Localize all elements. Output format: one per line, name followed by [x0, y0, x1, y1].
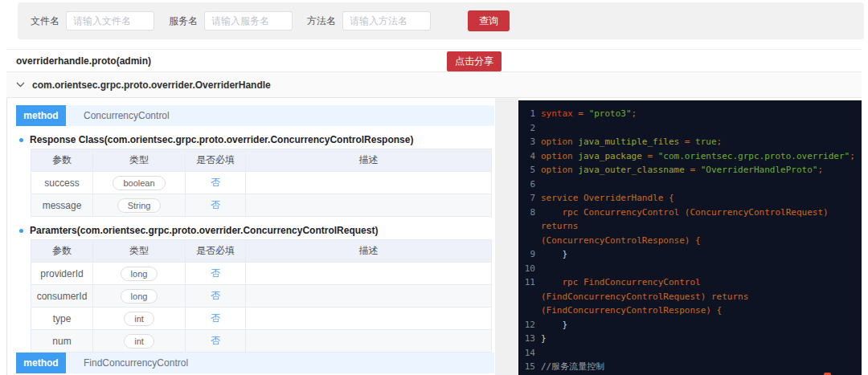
line-number: 14	[523, 346, 541, 361]
column-header: 参数	[31, 240, 93, 263]
param-desc-cell	[246, 263, 492, 285]
line-number: 10	[523, 262, 541, 276]
method-tag: method	[16, 353, 66, 373]
code-line: 3option java_multiple_files = true;	[523, 135, 855, 149]
column-header: 是否必填	[186, 240, 246, 263]
code-line: 2	[523, 121, 855, 136]
bullet-dot-icon	[19, 229, 23, 233]
code-content: }	[541, 247, 855, 262]
param-name-cell: consumerId	[31, 285, 93, 308]
table-row: consumerIdlong否	[31, 285, 492, 308]
param-desc-cell	[246, 285, 492, 308]
line-number: 2	[523, 121, 541, 136]
api-doc-panel: method ConcurrencyControl Response Class…	[16, 105, 494, 373]
param-type-cell: long	[93, 263, 186, 285]
servicename-field-group: 服务名	[169, 11, 293, 31]
code-content: option java_multiple_files = true;	[541, 135, 855, 149]
response-class-section: Response Class(com.orientsec.grpc.proto.…	[16, 134, 494, 217]
methodname-input[interactable]	[342, 11, 431, 31]
code-content	[541, 177, 855, 192]
method-name: FindConcurrencyControl	[66, 353, 188, 373]
code-content	[541, 262, 855, 276]
required-toggle[interactable]: 否	[211, 267, 220, 279]
panel-left-border	[6, 98, 7, 375]
section-heading: Response Class(com.orientsec.grpc.proto.…	[30, 134, 413, 145]
code-content: service OverriderHandle {	[541, 191, 855, 206]
param-required-cell: 否	[186, 330, 246, 353]
proto-code-viewer[interactable]: 1syntax = "proto3";23option java_multipl…	[518, 100, 862, 375]
bullet-dot-icon	[19, 138, 23, 142]
param-name-cell: type	[31, 308, 93, 330]
code-line: 11 rpc FindConcurrencyControl (FindConcu…	[523, 275, 855, 318]
code-line: 13}	[523, 332, 855, 346]
param-required-cell: 否	[186, 308, 246, 330]
type-badge: long	[121, 289, 158, 304]
required-toggle[interactable]: 否	[211, 177, 220, 188]
filter-bar: 文件名 服务名 方法名 查询	[18, 2, 864, 39]
code-line: 6	[523, 177, 855, 192]
type-badge: String	[117, 198, 162, 213]
service-title: com.orientsec.grpc.proto.overrider.Overr…	[32, 79, 271, 91]
section-heading: Paramters(com.orientsec.grpc.proto.overr…	[30, 225, 378, 236]
servicename-input[interactable]	[204, 11, 293, 31]
code-content	[541, 121, 855, 136]
param-desc-cell	[246, 194, 492, 217]
param-name-cell: num	[31, 330, 93, 353]
required-toggle[interactable]: 否	[211, 335, 220, 346]
code-content: rpc ConcurrencyControl (ConcurrencyContr…	[541, 206, 855, 248]
code-content: syntax = "proto3";	[541, 107, 855, 121]
service-collapse-row[interactable]: com.orientsec.grpc.proto.overrider.Overr…	[6, 72, 862, 98]
param-name-cell: success	[31, 172, 93, 194]
required-toggle[interactable]: 否	[211, 199, 220, 210]
line-number: 4	[523, 149, 541, 164]
line-number: 12	[523, 318, 541, 332]
code-line: 14	[523, 346, 855, 361]
filename-input[interactable]	[66, 11, 154, 31]
servicename-label: 服务名	[169, 14, 198, 28]
file-title: overriderhandle.proto(admin)	[16, 55, 151, 67]
share-button[interactable]: 点击分享	[447, 51, 502, 71]
code-content: }	[541, 318, 855, 332]
column-header: 类型	[93, 149, 186, 172]
method-bar-concurrency-control[interactable]: method ConcurrencyControl	[16, 105, 494, 126]
code-content	[541, 346, 855, 361]
code-line: 8 rpc ConcurrencyControl (ConcurrencyCon…	[523, 206, 855, 248]
code-content: option java_outer_classname = "Overrider…	[541, 163, 855, 177]
chevron-down-icon	[16, 82, 25, 88]
table-row: providerIdlong否	[31, 263, 492, 285]
line-number: 6	[523, 177, 541, 192]
file-title-row: overriderhandle.proto(admin) 点击分享	[6, 49, 862, 72]
param-desc-cell	[246, 172, 492, 194]
methodname-label: 方法名	[307, 14, 336, 28]
type-badge: int	[124, 312, 154, 326]
type-badge: boolean	[113, 176, 165, 190]
search-button[interactable]: 查询	[468, 10, 510, 31]
param-desc-cell	[246, 330, 492, 353]
request-params-section: Paramters(com.orientsec.grpc.proto.overr…	[16, 225, 494, 353]
code-line: 1syntax = "proto3";	[523, 107, 855, 121]
line-number: 1	[523, 107, 541, 121]
table-row: numint否	[31, 330, 492, 353]
code-content: rpc FindConcurrencyControl (FindConcurre…	[541, 275, 855, 318]
type-badge: int	[124, 334, 154, 349]
required-toggle[interactable]: 否	[211, 290, 220, 301]
line-number: 9	[523, 247, 541, 262]
param-required-cell: 否	[186, 263, 246, 285]
table-row: messageString否	[31, 194, 492, 217]
method-bar-find-concurrency-control[interactable]: method FindConcurrencyControl	[16, 353, 494, 373]
required-toggle[interactable]: 否	[211, 312, 220, 324]
line-number: 11	[523, 275, 541, 318]
column-header: 描述	[246, 240, 492, 263]
code-line: 9 }	[523, 247, 855, 262]
table-row: typeint否	[31, 308, 492, 330]
method-tag: method	[16, 105, 66, 126]
code-content: option java_package = "com.orientsec.grp…	[541, 149, 855, 164]
column-header: 描述	[246, 149, 492, 172]
column-header: 类型	[93, 240, 186, 263]
code-line: 4option java_package = "com.orientsec.gr…	[523, 149, 855, 164]
param-type-cell: String	[93, 194, 186, 217]
line-number: 3	[523, 135, 541, 149]
line-number: 15	[523, 360, 541, 374]
panel-divider	[495, 98, 518, 375]
param-type-cell: boolean	[93, 172, 186, 194]
